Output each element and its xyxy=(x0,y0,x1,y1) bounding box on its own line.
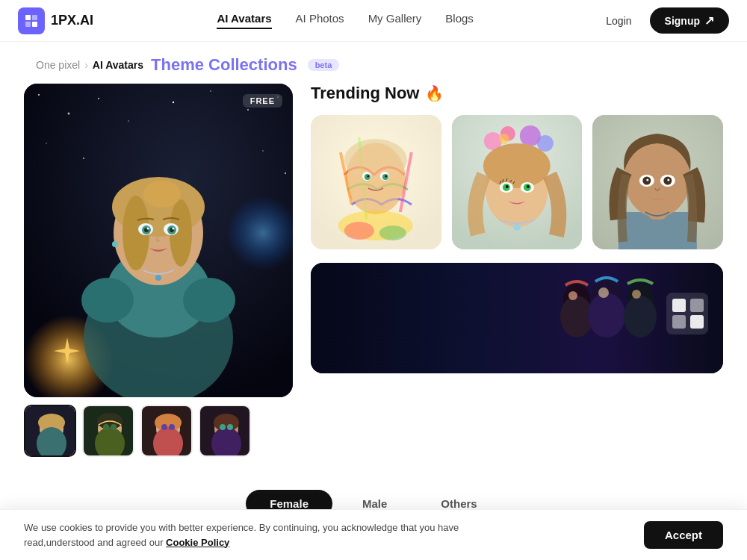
svg-rect-2 xyxy=(25,22,31,27)
thumb-1[interactable] xyxy=(24,405,76,457)
svg-point-16 xyxy=(285,172,286,174)
svg-rect-113 xyxy=(690,315,704,329)
svg-point-37 xyxy=(183,278,235,323)
logo-icon xyxy=(18,7,45,34)
breadcrumb-current: Theme Collections xyxy=(151,55,297,75)
nav-links: AI Avatars AI Photos My Gallery Blogs xyxy=(217,12,473,29)
breadcrumb-parent[interactable]: AI Avatars xyxy=(93,59,143,71)
svg-point-53 xyxy=(161,424,167,430)
svg-point-104 xyxy=(588,293,625,337)
nav-link-gallery[interactable]: My Gallery xyxy=(368,12,422,29)
svg-point-15 xyxy=(262,150,264,152)
svg-point-97 xyxy=(647,179,649,181)
svg-point-98 xyxy=(668,179,670,181)
beta-badge: beta xyxy=(308,59,340,71)
trending-header: Trending Now 🔥 xyxy=(311,84,723,103)
svg-rect-110 xyxy=(672,299,686,312)
svg-point-70 xyxy=(385,175,387,178)
trend-card-2[interactable] xyxy=(452,115,583,249)
svg-point-72 xyxy=(344,222,374,240)
trend-card-1[interactable] xyxy=(311,115,441,249)
svg-point-34 xyxy=(173,228,175,230)
svg-point-107 xyxy=(624,296,657,337)
svg-point-13 xyxy=(46,143,47,144)
svg-rect-99 xyxy=(311,263,723,373)
thumb-4[interactable] xyxy=(199,405,251,457)
svg-rect-112 xyxy=(672,315,686,329)
cookie-policy-link[interactable]: Cookie Policy xyxy=(166,537,229,548)
svg-point-105 xyxy=(598,287,609,298)
svg-point-60 xyxy=(227,424,233,430)
login-button[interactable]: Login xyxy=(597,10,640,31)
navbar: 1PX.AI AI Avatars AI Photos My Gallery B… xyxy=(0,0,747,42)
svg-rect-111 xyxy=(690,299,704,312)
svg-point-9 xyxy=(173,102,174,103)
thumb-2[interactable] xyxy=(82,405,134,457)
svg-point-10 xyxy=(210,90,211,92)
trending-grid xyxy=(311,115,723,249)
svg-point-88 xyxy=(513,223,521,231)
svg-point-78 xyxy=(537,135,554,152)
hero-section: FREE xyxy=(24,84,293,457)
svg-point-36 xyxy=(81,278,134,323)
svg-point-69 xyxy=(367,175,369,178)
cookie-text: We use cookies to provide you with bette… xyxy=(24,520,472,550)
fire-icon: 🔥 xyxy=(425,84,444,102)
logo-text: 1PX.AI xyxy=(51,13,93,28)
svg-point-48 xyxy=(111,424,117,430)
nav-link-photos[interactable]: AI Photos xyxy=(296,12,344,29)
svg-point-102 xyxy=(568,291,577,300)
svg-point-47 xyxy=(103,424,109,430)
svg-point-7 xyxy=(98,98,99,99)
breadcrumb: One pixel › AI Avatars Theme Collections… xyxy=(0,42,747,84)
svg-rect-0 xyxy=(25,15,31,20)
nav-link-avatars[interactable]: AI Avatars xyxy=(217,12,271,29)
svg-point-79 xyxy=(499,134,509,144)
svg-point-33 xyxy=(147,228,149,230)
trending-title: Trending Now xyxy=(311,84,419,103)
logo[interactable]: 1PX.AI xyxy=(18,7,93,34)
svg-point-86 xyxy=(506,185,509,188)
hero-image[interactable]: FREE xyxy=(24,84,293,397)
thumb-3[interactable] xyxy=(140,405,193,457)
free-badge: FREE xyxy=(243,94,282,108)
cookie-banner: We use cookies to provide you with bette… xyxy=(0,509,747,560)
svg-point-26 xyxy=(143,181,181,208)
main-content: FREE xyxy=(0,84,747,475)
svg-point-14 xyxy=(83,158,84,159)
signup-button[interactable]: Signup ↗ xyxy=(650,7,729,34)
breadcrumb-root[interactable]: One pixel xyxy=(36,59,80,71)
svg-point-87 xyxy=(527,185,530,188)
svg-point-59 xyxy=(220,424,226,430)
svg-rect-3 xyxy=(32,22,37,27)
svg-point-11 xyxy=(247,109,249,111)
promo-banner[interactable]: 50% OFF STOREWIDE BUY 4, GET 1 FREE! UNB… xyxy=(311,263,723,373)
svg-point-108 xyxy=(632,290,641,299)
svg-point-64 xyxy=(347,144,404,213)
breadcrumb-sep: › xyxy=(84,59,88,71)
thumbnail-strip xyxy=(24,405,293,457)
svg-point-38 xyxy=(112,241,118,247)
accept-button[interactable]: Accept xyxy=(644,521,723,549)
nav-link-blogs[interactable]: Blogs xyxy=(445,12,474,29)
svg-rect-1 xyxy=(32,15,37,20)
promo-art xyxy=(311,263,723,373)
svg-point-81 xyxy=(483,143,551,188)
svg-point-5 xyxy=(38,94,40,96)
hero-artwork xyxy=(24,84,293,397)
nav-actions: Login Signup ↗ xyxy=(597,7,729,34)
svg-point-54 xyxy=(169,424,175,430)
svg-point-6 xyxy=(68,113,70,115)
svg-point-73 xyxy=(379,225,406,240)
arrow-icon: ↗ xyxy=(704,13,714,28)
svg-point-35 xyxy=(155,275,161,281)
right-content: Trending Now 🔥 xyxy=(311,84,723,457)
trend-card-3[interactable] xyxy=(592,115,723,249)
svg-point-8 xyxy=(128,120,129,122)
